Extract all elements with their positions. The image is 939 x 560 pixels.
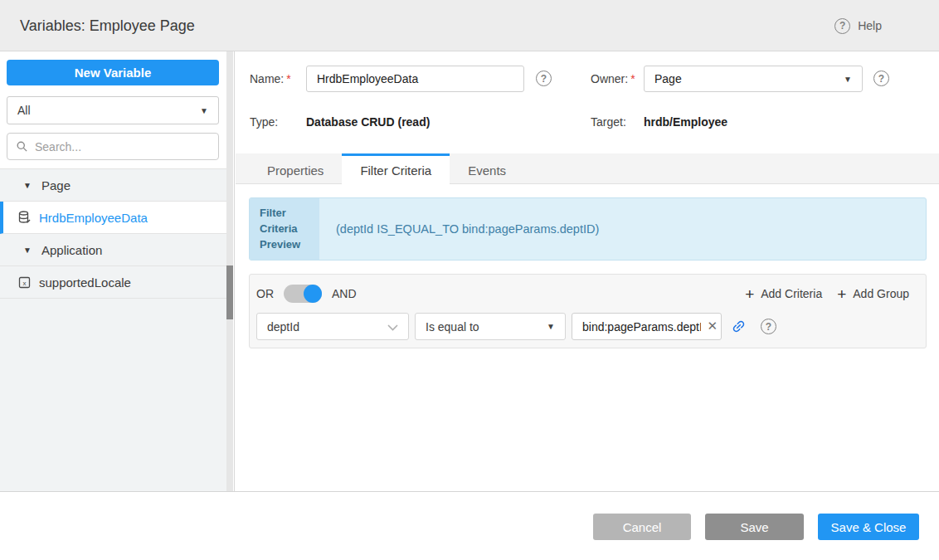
logic-row: OR AND + Add Criteria + Add Group — [256, 284, 909, 304]
new-variable-button[interactable]: New Variable — [7, 60, 219, 85]
chevron-down-icon — [387, 320, 398, 334]
target-label: Target: — [591, 115, 626, 129]
variable-editor: Name:* ? Owner:* Page ▼ ? Type: Database… — [236, 51, 939, 491]
tree-group-application[interactable]: ▼ Application — [0, 234, 227, 266]
owner-help-icon[interactable]: ? — [873, 71, 889, 86]
name-label: Name:* — [250, 72, 291, 85]
owner-label-text: Owner: — [591, 72, 628, 85]
dialog-footer: Cancel Save Save & Close — [0, 491, 939, 560]
tree-item-hrdbemployeedata[interactable]: HrdbEmployeeData — [0, 202, 227, 234]
criteria-help-icon[interactable]: ? — [761, 319, 776, 334]
caret-down-icon[interactable]: ▼ — [23, 246, 33, 255]
name-help-icon[interactable]: ? — [536, 71, 552, 86]
save-and-close-button[interactable]: Save & Close — [818, 514, 919, 540]
clear-icon[interactable]: ✕ — [707, 319, 718, 332]
tree-item-label: supportedLocale — [39, 275, 131, 290]
operator-dropdown[interactable]: Is equal to ▼ — [415, 313, 566, 340]
variable-type-filter-value: All — [17, 104, 31, 117]
value-field-wrap: ✕ — [572, 313, 722, 340]
target-value: hrdb/Employee — [644, 115, 727, 129]
variables-dialog: Variables: Employee Page ? Help New Vari… — [0, 0, 939, 560]
add-criteria-button[interactable]: + Add Criteria — [745, 286, 822, 302]
chevron-down-icon: ▼ — [200, 106, 208, 115]
dialog-header: Variables: Employee Page ? Help — [0, 0, 939, 51]
search-box — [7, 133, 219, 160]
criteria-row: deptId Is equal to ▼ ✕ — [256, 313, 776, 340]
variable-type-filter-dropdown[interactable]: All ▼ — [7, 96, 219, 124]
field-dropdown[interactable]: deptId — [256, 313, 409, 340]
tab-filter-criteria[interactable]: Filter Criteria — [342, 153, 450, 185]
bind-link-icon[interactable] — [731, 319, 747, 334]
owner-dropdown[interactable]: Page ▼ — [644, 66, 863, 92]
tab-events[interactable]: Events — [450, 153, 524, 184]
tree-group-page[interactable]: ▼ Page — [0, 169, 227, 202]
or-label: OR — [256, 287, 274, 300]
search-icon — [16, 140, 28, 153]
tree-item-label: HrdbEmployeeData — [39, 211, 148, 225]
name-field[interactable] — [306, 66, 524, 92]
field-dropdown-value: deptId — [267, 320, 299, 334]
variables-sidebar: New Variable All ▼ ▼ Page — [0, 51, 235, 491]
name-label-text: Name: — [250, 72, 284, 85]
plus-icon: + — [745, 286, 754, 302]
svg-text:x: x — [23, 280, 27, 287]
tree-group-label: Application — [41, 243, 102, 257]
add-group-button[interactable]: + Add Group — [837, 286, 909, 302]
sidebar-scrollbar-thumb[interactable] — [226, 265, 233, 319]
caret-down-icon: ▼ — [547, 322, 555, 331]
tree-group-label: Page — [41, 178, 71, 192]
cancel-button[interactable]: Cancel — [593, 514, 691, 540]
database-variable-icon — [18, 211, 32, 225]
or-and-toggle[interactable] — [284, 285, 322, 303]
owner-label: Owner:* — [591, 72, 635, 85]
toggle-knob — [304, 285, 322, 303]
value-field[interactable] — [572, 313, 722, 340]
criteria-panel: OR AND + Add Criteria + Add Group deptId — [249, 274, 927, 348]
type-label: Type: — [250, 115, 278, 129]
plus-icon: + — [837, 286, 846, 302]
owner-dropdown-value: Page — [654, 72, 682, 85]
preview-expression: (deptId IS_EQUAL_TO bind:pageParams.dept… — [319, 198, 926, 260]
help-button[interactable]: ? Help — [834, 0, 882, 51]
save-button[interactable]: Save — [705, 514, 804, 540]
operator-dropdown-value: Is equal to — [426, 320, 479, 334]
add-criteria-label: Add Criteria — [761, 287, 822, 300]
tree-item-supportedlocale[interactable]: x supportedLocale — [0, 266, 227, 299]
type-value: Database CRUD (read) — [306, 115, 430, 129]
preview-label: Filter Criteria Preview — [250, 198, 319, 260]
add-group-label: Add Group — [853, 287, 909, 300]
search-input[interactable] — [35, 140, 210, 153]
tab-properties[interactable]: Properties — [249, 153, 342, 184]
required-asterisk: * — [286, 72, 290, 85]
filter-criteria-preview: Filter Criteria Preview (deptId IS_EQUAL… — [249, 197, 927, 261]
editor-tabbar: Properties Filter Criteria Events — [236, 153, 939, 184]
model-variable-icon: x — [18, 276, 32, 289]
chevron-down-icon: ▼ — [844, 75, 852, 84]
required-asterisk: * — [630, 72, 635, 85]
help-icon: ? — [834, 18, 850, 34]
caret-down-icon[interactable]: ▼ — [23, 181, 33, 190]
and-label: AND — [332, 287, 357, 300]
variables-tree: ▼ Page HrdbEmployeeData ▼ Application — [0, 168, 227, 491]
help-label: Help — [858, 19, 882, 32]
page-title: Variables: Employee Page — [20, 0, 195, 51]
